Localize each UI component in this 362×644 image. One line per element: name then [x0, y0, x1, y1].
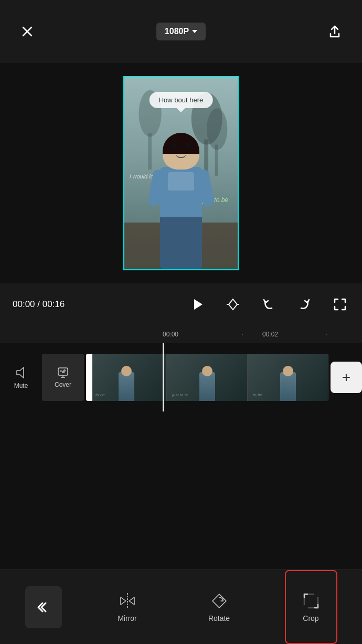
- video-strip[interactable]: to be just to be to be: [86, 354, 328, 401]
- svg-marker-25: [121, 597, 126, 605]
- svg-marker-12: [194, 299, 203, 310]
- strip-segment-1: to be: [86, 354, 167, 401]
- export-icon: [327, 24, 342, 39]
- crop-icon: [302, 592, 320, 610]
- redo-button[interactable]: [295, 295, 314, 314]
- svg-marker-13: [229, 299, 237, 310]
- video-preview-area: How bout here i would love ♡ just to be: [0, 63, 362, 283]
- mirror-tool[interactable]: Mirror: [101, 570, 154, 644]
- svg-text:to be: to be: [95, 393, 105, 397]
- undo-icon: [261, 297, 276, 312]
- crop-label: Crop: [303, 614, 318, 622]
- tick-dot-1: ·: [241, 331, 243, 338]
- dropdown-arrow-icon: [192, 30, 197, 33]
- rotate-label: Rotate: [208, 614, 230, 622]
- back-button[interactable]: [25, 586, 62, 628]
- strip-segment-2: just to be: [167, 354, 248, 401]
- mute-button[interactable]: Mute: [0, 365, 42, 389]
- strip-text-3: to be: [253, 390, 266, 398]
- tick-1: 00:02: [262, 331, 278, 338]
- redo-icon: [297, 297, 312, 312]
- fullscreen-icon: [333, 297, 347, 312]
- strip-text-1: to be: [95, 390, 109, 398]
- tick-0: 00:00: [163, 331, 178, 338]
- strip-segment-3: to be: [248, 354, 328, 401]
- time-display: 00:00 / 00:16: [13, 299, 81, 310]
- rotate-icon: [210, 592, 228, 610]
- export-button[interactable]: [323, 20, 346, 43]
- char-legs: [160, 217, 202, 269]
- svg-point-20: [60, 370, 62, 372]
- play-icon: [190, 297, 205, 312]
- cover-label: Cover: [55, 381, 71, 388]
- resolution-button[interactable]: 1080P: [156, 23, 206, 40]
- cover-edit-icon: [57, 366, 69, 379]
- time-sep: /: [37, 299, 42, 309]
- playhead: [163, 343, 164, 411]
- add-clip-button[interactable]: +: [331, 362, 362, 393]
- back-chevron-icon: [36, 600, 51, 615]
- strip-thumb-2: [199, 372, 215, 401]
- char-face: [167, 143, 195, 159]
- total-time: 00:16: [42, 299, 65, 309]
- play-button[interactable]: [188, 295, 207, 314]
- close-button[interactable]: [16, 20, 39, 43]
- fullscreen-button[interactable]: [331, 295, 349, 314]
- character: [139, 133, 223, 269]
- shirt-detail: [165, 172, 197, 193]
- mute-label: Mute: [14, 382, 28, 389]
- strip-thumb-1: [119, 372, 134, 401]
- strip-thumb-3: [280, 372, 296, 401]
- svg-text:just to be: just to be: [172, 393, 188, 397]
- speech-bubble-text: How bout here: [159, 96, 204, 104]
- svg-marker-27: [212, 594, 226, 608]
- video-frame: How bout here i would love ♡ just to be: [123, 76, 239, 270]
- timeline-area: Mute Cover to be: [0, 343, 362, 411]
- svg-marker-26: [129, 597, 134, 605]
- svg-rect-11: [168, 172, 194, 191]
- empty-area: [0, 411, 362, 569]
- mute-icon: [14, 365, 28, 380]
- tick-dot-2: ·: [325, 331, 327, 338]
- crop-tool[interactable]: Crop: [285, 570, 337, 644]
- header: 1080P: [0, 0, 362, 63]
- controls-icons: [188, 295, 349, 314]
- char-mouth: [176, 154, 186, 158]
- svg-marker-16: [17, 367, 24, 378]
- current-time: 00:00: [13, 299, 35, 309]
- strip-left-handle[interactable]: [86, 354, 92, 401]
- svg-text:to be: to be: [253, 393, 262, 397]
- timeline-ruler: 00:00 · 00:02 ·: [0, 325, 362, 343]
- keyframe-icon: [226, 297, 240, 312]
- mirror-label: Mirror: [118, 614, 137, 622]
- playback-controls: 00:00 / 00:16: [0, 283, 362, 325]
- keyframe-button[interactable]: [223, 295, 242, 314]
- undo-button[interactable]: [259, 295, 278, 314]
- mirror-icon: [119, 592, 136, 610]
- cover-button[interactable]: Cover: [42, 354, 84, 401]
- speech-bubble: How bout here: [150, 92, 213, 108]
- close-icon: [21, 25, 34, 38]
- char-body: [160, 167, 202, 219]
- resolution-label: 1080P: [165, 27, 189, 36]
- rotate-tool[interactable]: Rotate: [193, 570, 246, 644]
- char-eye-left: [171, 143, 177, 149]
- strip-text-2: just to be: [172, 390, 188, 398]
- char-eye-right: [185, 143, 191, 149]
- add-clip-icon: +: [342, 370, 350, 385]
- char-head: [163, 133, 199, 170]
- bottom-toolbar: Mirror Rotate Crop: [0, 569, 362, 644]
- app-container: 1080P: [0, 0, 362, 644]
